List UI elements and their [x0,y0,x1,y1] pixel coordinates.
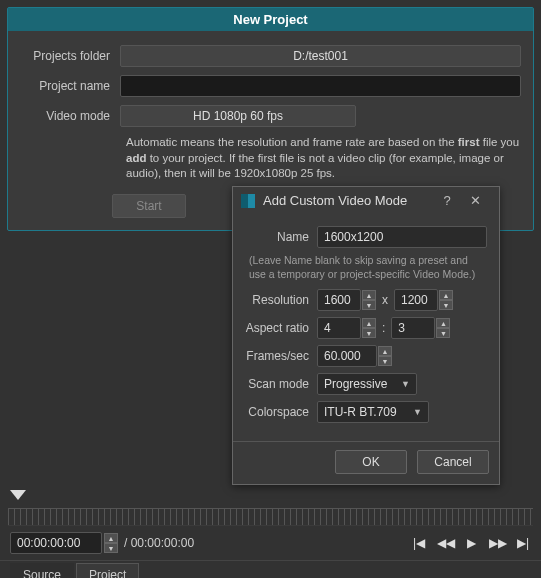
tc-up[interactable]: ▲ [104,533,118,543]
add-custom-video-mode-dialog: Add Custom Video Mode ? ✕ Name (Leave Na… [232,186,500,485]
aspect-a-stepper[interactable]: ▲ ▼ [317,317,376,339]
aspect-b-down[interactable]: ▼ [436,328,450,338]
transport-row: 00:00:00:00 ▲ ▼ / 00:00:00:00 |◀ ◀◀ ▶ ▶▶… [0,526,541,560]
skip-end-button[interactable]: ▶| [515,536,531,550]
skip-start-button[interactable]: |◀ [411,536,427,550]
timeline-ruler[interactable] [8,508,533,526]
tc-down[interactable]: ▼ [104,543,118,553]
label-aspect: Aspect ratio [245,321,317,335]
skip-end-icon: ▶| [517,536,529,550]
scan-mode-select[interactable]: Progressive ▼ [317,373,417,395]
forward-button[interactable]: ▶▶ [489,536,505,550]
row-project-name: Project name [8,71,533,101]
label-colorspace: Colorspace [245,405,317,419]
label-resolution: Resolution [245,293,317,307]
res-height-stepper[interactable]: ▲ ▼ [394,289,453,311]
timecode-total: / 00:00:00:00 [124,536,194,550]
aspect-b-up[interactable]: ▲ [436,318,450,328]
res-width-down[interactable]: ▼ [362,300,376,310]
fps-down[interactable]: ▼ [378,356,392,366]
fps-up[interactable]: ▲ [378,346,392,356]
skip-start-icon: |◀ [413,536,425,550]
close-icon: ✕ [470,193,481,208]
rewind-icon: ◀◀ [437,536,455,550]
res-width-stepper[interactable]: ▲ ▼ [317,289,376,311]
res-height-down[interactable]: ▼ [439,300,453,310]
res-width-up[interactable]: ▲ [362,290,376,300]
aspect-a-down[interactable]: ▼ [362,328,376,338]
res-height-up[interactable]: ▲ [439,290,453,300]
projects-folder-input[interactable] [120,45,521,67]
fps-input[interactable] [317,345,377,367]
fps-stepper[interactable]: ▲ ▼ [317,345,392,367]
res-height-input[interactable] [394,289,438,311]
dialog-body: Name (Leave Name blank to skip saving a … [233,216,499,441]
label-fps: Frames/sec [245,349,317,363]
aspect-a-input[interactable] [317,317,361,339]
help-button[interactable]: ? [433,193,461,208]
ok-button[interactable]: OK [335,450,407,474]
start-button[interactable]: Start [112,194,186,218]
row-projects-folder: Projects folder [8,41,533,71]
tab-project[interactable]: Project [76,563,139,578]
play-icon: ▶ [467,536,476,550]
forward-icon: ▶▶ [489,536,507,550]
playhead-icon[interactable] [10,490,26,500]
chevron-down-icon: ▼ [401,379,410,389]
aspect-b-input[interactable] [391,317,435,339]
close-button[interactable]: ✕ [461,193,489,208]
app-icon [241,194,255,208]
colon-separator: : [382,321,385,335]
aspect-a-up[interactable]: ▲ [362,318,376,328]
label-projects-folder: Projects folder [20,49,120,63]
aspect-b-stepper[interactable]: ▲ ▼ [391,317,450,339]
name-input[interactable] [317,226,487,248]
project-name-input[interactable] [120,75,521,97]
cancel-button[interactable]: Cancel [417,450,489,474]
res-width-input[interactable] [317,289,361,311]
dialog-title-text: Add Custom Video Mode [263,193,407,208]
help-text: Automatic means the resolution and frame… [8,131,533,190]
label-scan: Scan mode [245,377,317,391]
tabs-row: Source Project [0,560,541,578]
x-separator: x [382,293,388,307]
chevron-down-icon: ▼ [413,407,422,417]
dialog-title-bar: Add Custom Video Mode ? ✕ [233,187,499,216]
label-name: Name [245,230,317,244]
panel-title: New Project [8,8,533,31]
label-video-mode: Video mode [20,109,120,123]
timeline-area: 00:00:00:00 ▲ ▼ / 00:00:00:00 |◀ ◀◀ ▶ ▶▶… [0,490,541,578]
video-mode-dropdown[interactable]: HD 1080p 60 fps [120,105,356,127]
rewind-button[interactable]: ◀◀ [437,536,453,550]
label-project-name: Project name [20,79,120,93]
name-hint: (Leave Name blank to skip saving a prese… [245,254,487,289]
dialog-footer: OK Cancel [233,441,499,484]
tab-source[interactable]: Source [10,563,74,578]
row-video-mode: Video mode HD 1080p 60 fps [8,101,533,131]
timecode-current[interactable]: 00:00:00:00 [10,532,102,554]
play-button[interactable]: ▶ [463,536,479,550]
colorspace-select[interactable]: ITU-R BT.709 ▼ [317,401,429,423]
